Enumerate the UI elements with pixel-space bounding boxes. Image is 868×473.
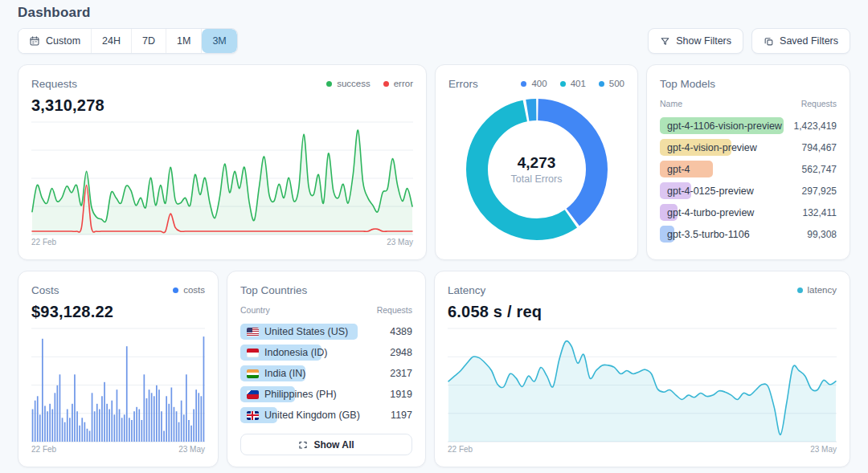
errors-donut-chart[interactable]: 4,273 Total Errors (448, 91, 624, 248)
model-row: gpt-4-vision-preview794,467 (660, 137, 837, 158)
show-all-label: Show All (313, 439, 354, 451)
latency-x-axis: 22 Feb 23 May (448, 445, 837, 455)
costs-bar-chart[interactable] (31, 328, 205, 442)
x-axis-end-label: 23 May (178, 445, 205, 455)
show-filters-button[interactable]: Show Filters (648, 28, 743, 54)
in-flag-icon (247, 369, 259, 378)
legend-dot (560, 81, 566, 87)
costs-card-title: Costs (31, 284, 59, 296)
errors-card: Errors 400401500 4,273 Total Errors (435, 64, 638, 260)
country-name: United Kingdom (GB) (240, 410, 360, 421)
time-range-label: 7D (142, 35, 155, 47)
latency-legend: latency (797, 285, 837, 295)
errors-card-title: Errors (448, 78, 478, 90)
time-range-label: 3M (212, 35, 226, 47)
model-row: gpt-3.5-turbo-110699,308 (660, 223, 837, 245)
top-countries-card-title: Top Countries (240, 284, 307, 296)
time-range-label: 24H (102, 35, 121, 47)
country-row: United States (US)4389 (240, 321, 412, 342)
time-range-label: Custom (46, 35, 80, 47)
expand-icon (298, 440, 308, 450)
saved-filters-label: Saved Filters (780, 35, 838, 47)
total-errors-label: Total Errors (448, 173, 624, 185)
column-requests: Requests (377, 305, 412, 315)
model-requests: 794,467 (802, 142, 837, 153)
legend-item-400: 400 (521, 79, 547, 88)
costs-x-axis: 22 Feb 23 May (31, 445, 205, 455)
requests-x-axis: 22 Feb 23 May (31, 238, 413, 248)
model-row: gpt-4-0125-preview297,925 (660, 180, 837, 202)
requests-line-chart[interactable] (31, 121, 413, 235)
errors-legend: 400401500 (521, 79, 624, 88)
id-flag-icon (247, 349, 259, 357)
model-requests: 132,411 (803, 207, 837, 218)
legend-item-401: 401 (560, 79, 586, 88)
donut-center: 4,273 Total Errors (448, 154, 624, 185)
time-range-control: Custom24H7D1M3M (18, 28, 238, 54)
column-country: Country (240, 305, 270, 315)
model-row: gpt-4-1106-vision-preview1,423,419 (660, 115, 837, 137)
country-row: India (IN)2317 (240, 363, 412, 384)
top-countries-list: United States (US)4389Indonesia (ID)2948… (240, 321, 412, 426)
country-requests: 1919 (390, 389, 412, 400)
country-row: Philippines (PH)1919 (240, 384, 412, 405)
time-range-3m[interactable]: 3M (202, 29, 236, 53)
model-requests: 562,747 (802, 164, 837, 175)
time-range-1m[interactable]: 1M (166, 29, 202, 53)
latency-svg (448, 328, 837, 442)
time-range-custom[interactable]: Custom (18, 29, 92, 53)
top-models-card-title: Top Models (660, 78, 715, 90)
country-name: Philippines (PH) (240, 389, 337, 400)
time-range-24h[interactable]: 24H (92, 29, 132, 53)
legend-dot (797, 287, 803, 293)
legend-label: 400 (531, 79, 547, 88)
x-axis-start-label: 22 Feb (31, 445, 56, 455)
legend-item-costs: costs (173, 285, 205, 295)
show-filters-label: Show Filters (676, 35, 731, 47)
legend-item-latency: latency (797, 285, 837, 295)
top-models-columns: Name Requests (660, 99, 837, 108)
legend-item-success: success (326, 79, 371, 88)
legend-label: latency (808, 285, 837, 295)
costs-svg (31, 328, 205, 442)
country-row: United Kingdom (GB)1197 (240, 405, 412, 426)
country-name: India (IN) (240, 368, 305, 379)
latency-line-chart[interactable] (448, 328, 837, 442)
legend-label: error (394, 79, 413, 88)
country-requests: 2317 (390, 368, 412, 379)
legend-label: 401 (571, 79, 586, 88)
country-row: Indonesia (ID)2948 (240, 342, 412, 363)
time-range-7d[interactable]: 7D (132, 29, 166, 53)
country-requests: 4389 (390, 326, 412, 337)
top-countries-columns: Country Requests (240, 305, 412, 315)
legend-dot (383, 81, 389, 87)
requests-card: Requests successerror 3,310,278 22 Feb 2… (18, 64, 427, 260)
column-requests: Requests (801, 99, 837, 108)
country-name: United States (US) (240, 326, 348, 337)
costs-total-value: $93,128.22 (31, 303, 205, 321)
model-requests: 99,308 (807, 229, 837, 240)
top-models-list: gpt-4-1106-vision-preview1,423,419gpt-4-… (660, 115, 837, 245)
x-axis-start-label: 22 Feb (448, 445, 473, 455)
legend-label: 500 (609, 79, 624, 88)
legend-dot (173, 287, 178, 293)
saved-filters-button[interactable]: Saved Filters (751, 28, 850, 54)
model-name: gpt-4-turbo-preview (660, 207, 754, 218)
toolbar-right: Show Filters Saved Filters (648, 28, 850, 54)
country-requests: 1197 (391, 410, 412, 421)
ph-flag-icon (247, 390, 259, 399)
latency-value: 6.058 s / req (448, 303, 837, 321)
top-countries-card: Top Countries Country Requests United St… (227, 271, 426, 467)
country-requests: 2948 (390, 347, 412, 358)
country-label: Philippines (PH) (264, 389, 337, 400)
us-flag-icon (247, 328, 259, 336)
model-name: gpt-4 (660, 164, 690, 175)
model-requests: 1,423,419 (794, 120, 837, 132)
show-all-button[interactable]: Show All (240, 434, 412, 455)
country-label: United Kingdom (GB) (264, 410, 360, 421)
top-models-card: Top Models Name Requests gpt-4-1106-visi… (646, 64, 850, 260)
gb-flag-icon (247, 411, 259, 420)
legend-item-500: 500 (599, 79, 624, 88)
time-range-label: 1M (177, 35, 190, 47)
copy-icon (764, 36, 774, 47)
